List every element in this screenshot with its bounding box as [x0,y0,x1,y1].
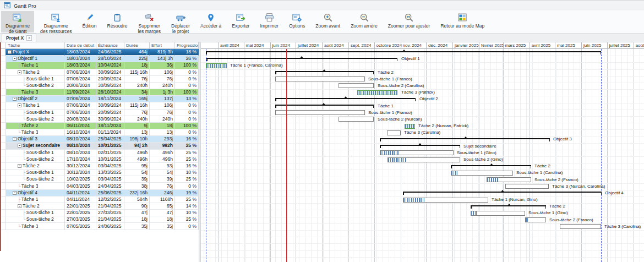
main-area: TâcheDate de débutÉchéanceDuréeEffortPro… [0,42,644,262]
column-header-progression[interactable]: Progression [175,42,199,49]
table-row[interactable]: └Sous-tâche 210/02/202503/04/202539j39j2… [1,176,199,183]
table-row[interactable]: Tâche 107/06/202430/09/2024115j 16h106j0… [1,102,199,109]
toolbar-button-gantt-chart[interactable]: Diagrammede Gantt [1,11,34,32]
expand-collapse-icon[interactable] [18,70,21,74]
table-row[interactable]: ├Sous-tâche 130/12/202413/03/202554j54j1… [1,170,199,176]
tab-close-icon[interactable]: x [26,35,32,41]
toolbar-button-go-to[interactable]: Accéder à [196,11,226,32]
column-header-tache[interactable]: Tâche [6,42,65,49]
gantt-task-bar[interactable] [388,157,460,162]
table-row[interactable]: ├Sous-tâche 107/06/202420/09/202476j76j0… [1,76,199,83]
gantt-task-bar[interactable] [275,110,365,115]
column-header-echeance[interactable]: Échéance [96,42,124,49]
gantt-task-bar[interactable] [405,124,415,129]
table-row[interactable]: Objectif 118/03/202428/10/2024225j143j 3… [1,56,199,62]
row-gutter [1,163,6,170]
toolbar-button-print[interactable]: Imprimer [255,11,283,32]
table-row[interactable]: Objectif 207/06/202418/11/2024165j137j13… [1,96,199,102]
table-row[interactable]: ├Tâche 206/11/202418/11/20249j18j100 % [1,123,199,129]
task-name-cell: Projet X [6,49,65,56]
gantt-task-bar[interactable] [451,171,513,176]
task-name-cell: └Tâche 3 [6,89,65,96]
gantt-bar-label: Tâche 2 (Nurcan, Patrick) [418,123,468,129]
toolbar-button-edit[interactable]: Édition [78,11,101,32]
row-gridline [201,210,644,210]
expand-collapse-icon[interactable] [8,50,12,54]
gantt-task-bar[interactable] [471,211,525,216]
gantt-task-bar[interactable] [403,198,488,203]
expand-collapse-icon[interactable] [13,191,17,195]
table-row[interactable]: Tâche 222/01/202521/04/202590j65j14 % [1,203,199,210]
table-row[interactable]: Objectif 308/10/202425/04/2025198j 10h29… [1,136,199,143]
table-row[interactable]: └Tâche 316/10/202401/11/202413j13j0 % [1,129,199,136]
gantt-task-bar[interactable] [560,224,601,229]
gantt-bar-label: Sous-tâche 1 (Gino) [457,150,496,156]
expand-collapse-icon[interactable] [13,57,17,61]
table-row[interactable]: Sujet secondaire08/10/202410/01/202594j … [1,143,199,149]
gantt-task-bar[interactable] [339,83,374,88]
toolbar-button-export[interactable]: Exporter [227,11,254,32]
toolbar-button-zoom-fit[interactable]: Zoomer pour ajuster [384,11,435,32]
expand-collapse-icon[interactable] [18,164,21,168]
table-row[interactable]: Tâche 207/06/202430/09/2024115j 16h106j0… [1,69,199,76]
toolbar-button-map-mode[interactable]: Retour au mode Map [436,11,489,32]
toolbar-button-resolve[interactable]: Résoudre [103,11,132,32]
toolbar-button-label: Diagrammede Gantt [6,24,30,34]
gantt-task-bar[interactable] [387,130,401,135]
start-date-cell: 07/06/2024 [65,102,96,109]
table-row[interactable]: └Tâche 311/09/202428/10/202434j1j 3h100 … [1,89,199,96]
table-row[interactable]: Tâche 230/12/202403/04/202595j93j16 % [1,163,199,170]
expand-collapse-icon[interactable] [18,204,21,208]
effort-cell: 93j [150,163,175,170]
start-date-cell: 20/08/2024 [65,83,96,89]
table-row[interactable]: ├Sous-tâche 107/06/202420/09/202476j76j0… [1,110,199,116]
window-title: Gantt Pro [14,3,36,9]
toolbar-button-remove-margins[interactable]: Supprimerles marges [133,11,165,32]
table-row[interactable]: Projet X18/03/202424/06/2025464j819j 3h1… [1,49,199,56]
gantt-task-bar[interactable] [357,90,397,95]
toolbar-button-zoom-out[interactable]: Zoom arrière [346,11,382,32]
expand-collapse-icon[interactable] [13,137,17,141]
table-row[interactable]: ├Sous-tâche 122/01/202527/03/202547j47j1… [1,210,199,216]
row-gutter [1,176,6,183]
table-row[interactable]: └Sous-tâche 227/03/202521/04/202518j18j2… [1,216,199,223]
gantt-task-bar[interactable] [380,150,454,155]
gantt-task-bar[interactable] [339,117,374,122]
table-row[interactable]: └Tâche 304/03/202524/04/202538j76j0 % [1,183,199,189]
table-row[interactable]: └Sous-tâche 217/10/202410/01/2025496h496… [1,156,199,163]
gantt-task-bar[interactable] [275,77,365,81]
column-header-duree[interactable]: Durée [124,42,150,49]
column-header-effort[interactable]: Effort [150,42,175,49]
gantt-task-bar[interactable] [487,177,531,182]
table-row[interactable]: ├Tâche 118/03/202410/04/202418j36j100 % [1,62,199,69]
row-gridline [201,170,644,170]
toolbar-button-resource-chart[interactable]: Diagrammedes ressources [36,11,77,32]
gantt-task-bar[interactable] [505,184,549,189]
progress-cell: 0 % [175,76,199,83]
toolbar-button-zoom-in[interactable]: Zoom avant [311,11,345,32]
table-row[interactable]: ├Tâche 104/11/202412/02/2025584h1168h25 … [1,197,199,203]
row-gridline [201,116,644,117]
gantt-task-bar[interactable] [525,217,546,222]
zoom-in-icon [323,13,333,23]
toolbar-button-move-project[interactable]: Déplacerle projet [167,11,194,32]
gantt-task-bar[interactable] [206,63,227,68]
table-row[interactable]: Objectif 404/11/202425/06/2025232j 16h24… [1,190,199,197]
tab-projet-x[interactable]: Projet X x [2,34,36,42]
expand-collapse-icon[interactable] [13,97,17,101]
duration-cell: 198j 10h [124,136,150,143]
toolbar-button-options[interactable]: Options [285,11,309,32]
toolbar-button-label: Options [289,24,305,29]
summary-progress-caret [402,50,406,52]
gantt-bar-label: Sous-tâche 2 (Franco) [534,177,578,183]
due-date-cell: 18/11/2024 [96,123,124,129]
table-row[interactable]: └Sous-tâche 220/08/202430/09/2024240h240… [1,83,199,89]
table-row[interactable]: ├Sous-tâche 108/10/202402/01/2025496h496… [1,150,199,156]
table-row[interactable]: └Tâche 307/05/202524/06/202535j35j0 % [1,223,199,230]
expand-collapse-icon[interactable] [18,103,21,107]
expand-collapse-icon[interactable] [18,144,21,148]
progress-cell: 10 % [175,170,199,176]
table-row[interactable]: └Sous-tâche 220/08/202430/09/2024240h240… [1,116,199,123]
column-header-date-de-debut[interactable]: Date de début [65,42,96,49]
task-name: Tâche 1 [21,62,39,68]
